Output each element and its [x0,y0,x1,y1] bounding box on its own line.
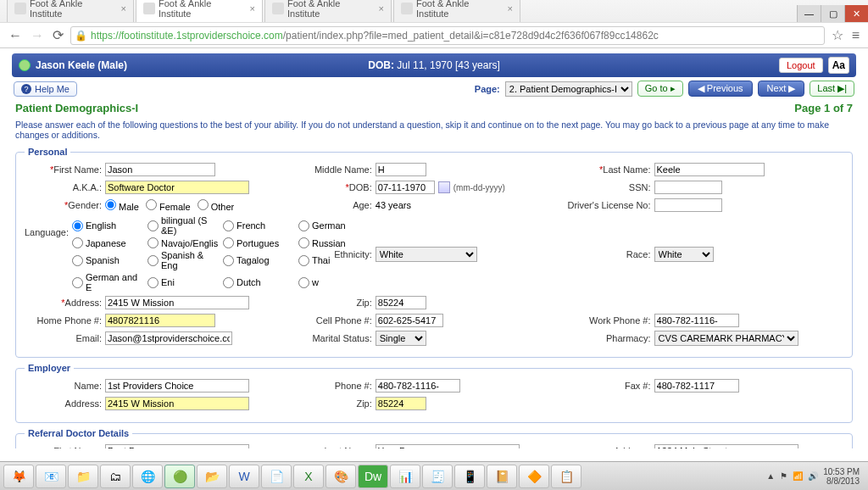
goto-button[interactable]: Go to ▸ [637,81,683,97]
gender-other[interactable]: Other [198,199,235,212]
task-app6-icon[interactable]: 🔶 [519,465,549,488]
language-option[interactable]: German and E [72,272,144,292]
zip-input[interactable] [376,296,426,309]
menu-icon[interactable]: ≡ [850,28,861,43]
task-app7-icon[interactable]: 📋 [551,465,581,488]
browser-tab-0[interactable]: Foot & Ankle Institute× [7,0,134,22]
task-outlook-icon[interactable]: 📧 [36,465,66,488]
language-radio[interactable] [223,277,234,288]
task-app3-icon[interactable]: 🧾 [422,465,453,488]
language-radio[interactable] [72,255,83,266]
language-radio[interactable] [147,277,159,288]
gender-male[interactable]: Male [105,199,139,212]
close-icon[interactable]: × [250,3,255,14]
dln-input[interactable] [654,198,722,212]
language-radio[interactable] [223,255,234,266]
browser-tab-2[interactable]: Foot & Ankle Institute× [264,0,392,22]
browser-tab-3[interactable]: Foot & Ankle Institute× [393,0,520,22]
task-folder-icon[interactable]: 📁 [68,465,98,488]
last-button[interactable]: Last ▶| [810,81,854,97]
url-bar[interactable]: 🔒 https://footinstitute.1stproviderschoi… [70,26,825,45]
language-radio[interactable] [298,277,309,288]
language-option[interactable]: bilingual (S &E) [147,215,220,236]
task-app4-icon[interactable]: 📱 [454,465,485,488]
task-dreamweaver-icon[interactable]: Dw [358,465,388,488]
emp-zip-input[interactable] [376,397,426,410]
marital-select[interactable]: Single [376,331,426,346]
task-pdf-icon[interactable]: 📄 [261,465,292,488]
language-option[interactable]: Portugues [223,237,295,248]
language-radio[interactable] [147,220,159,231]
task-word-icon[interactable]: W [229,465,259,488]
task-firefox-icon[interactable]: 🦊 [3,465,34,488]
task-ie-icon[interactable]: 🌐 [132,465,163,488]
forward-button[interactable]: → [29,28,46,43]
clock[interactable]: 10:53 PM 8/8/2013 [823,467,860,486]
gender-other-radio[interactable] [198,199,209,210]
language-option[interactable]: w [298,272,370,292]
gender-male-radio[interactable] [105,199,116,210]
previous-button[interactable]: ◀ Previous [688,81,753,97]
back-button[interactable]: ← [7,28,24,43]
logout-button[interactable]: Logout [779,58,823,73]
language-radio[interactable] [147,255,159,266]
language-option[interactable]: Dutch [223,272,295,292]
middle-name-input[interactable] [376,163,426,176]
race-select[interactable]: White [654,247,714,262]
language-option[interactable]: German [298,215,370,236]
language-option[interactable]: English [72,215,144,236]
calendar-icon[interactable] [438,181,450,193]
work-phone-input[interactable] [654,314,739,327]
close-icon[interactable]: × [508,3,513,14]
task-app-icon[interactable]: 🗂 [100,465,131,488]
reload-button[interactable]: ⟳ [51,27,65,43]
star-icon[interactable]: ☆ [830,27,845,43]
language-option[interactable]: Navajo/Englis [147,237,220,248]
address-input[interactable] [105,296,249,309]
ssn-input[interactable] [654,181,722,194]
language-radio[interactable] [223,220,234,231]
language-radio[interactable] [147,237,159,248]
font-size-button[interactable]: Aa [828,57,849,74]
task-paint-icon[interactable]: 🎨 [326,465,356,488]
language-radio[interactable] [72,220,83,231]
language-option[interactable]: Eni [147,272,220,292]
email-input[interactable] [105,331,232,345]
task-app5-icon[interactable]: 📔 [487,465,517,488]
ethnicity-select[interactable]: White [376,247,477,262]
pharmacy-select[interactable]: CVS CAREMARK PHARMACY [654,331,798,346]
task-chrome-icon[interactable]: 🟢 [164,465,195,488]
minimize-button[interactable]: — [797,5,821,22]
language-option[interactable]: Spanish [72,250,144,270]
cell-phone-input[interactable] [376,314,443,327]
language-radio[interactable] [298,220,309,231]
page-select[interactable]: 2. Patient Demographics-I [505,81,632,97]
tray-up-icon[interactable]: ▲ [766,471,775,481]
tray-flag-icon[interactable]: ⚑ [780,471,787,481]
ref-first-input[interactable] [105,444,249,448]
close-icon[interactable]: × [379,3,384,14]
maximize-button[interactable]: ▢ [821,5,844,22]
ref-last-input[interactable] [376,444,520,448]
first-name-input[interactable] [105,163,215,176]
close-icon[interactable]: × [121,3,126,14]
last-name-input[interactable] [654,163,765,176]
dob-input[interactable] [376,181,435,194]
help-button[interactable]: ?Help Me [14,81,77,97]
tray-volume-icon[interactable]: 🔊 [808,471,818,481]
ref-addr-input[interactable] [654,444,798,448]
emp-name-input[interactable] [105,379,249,393]
language-option[interactable]: Tagalog [223,250,295,270]
language-option[interactable]: French [223,215,295,236]
task-app2-icon[interactable]: 📊 [390,465,420,488]
language-radio[interactable] [223,237,234,248]
language-radio[interactable] [72,277,83,288]
close-window-button[interactable]: ✕ [844,5,868,22]
browser-tab-1[interactable]: Foot & Ankle Institute× [136,0,263,22]
emp-fax-input[interactable] [654,379,739,393]
next-button[interactable]: Next ▶ [758,81,805,97]
language-option[interactable]: Spanish & Eng [147,250,220,270]
language-option[interactable]: Japanese [72,237,144,248]
emp-phone-input[interactable] [376,379,460,393]
tray-network-icon[interactable]: 📶 [793,471,803,481]
